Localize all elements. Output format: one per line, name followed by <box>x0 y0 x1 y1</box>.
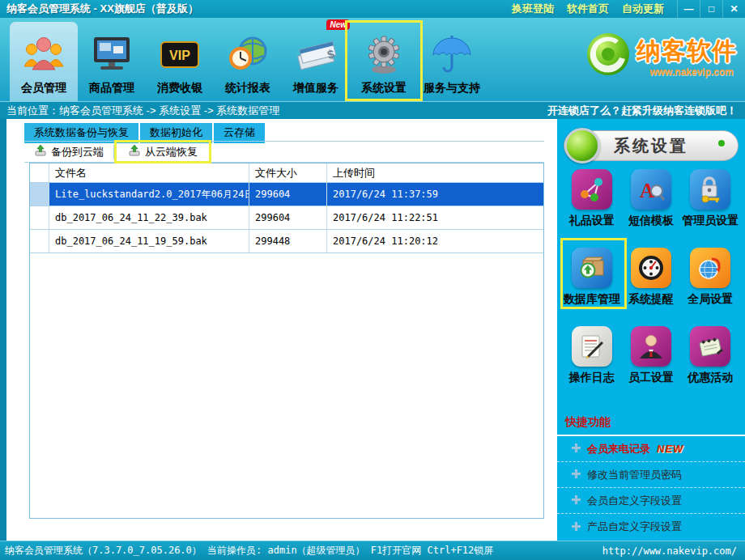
toolbar-label: 商品管理 <box>89 81 134 95</box>
members-icon <box>21 28 66 81</box>
app-label: 操作日志 <box>563 371 621 385</box>
cell-filesize: 299448 <box>249 230 327 252</box>
sms-template-icon: A <box>631 169 671 210</box>
cell-uploadtime: 2017/6/24 11:20:12 <box>327 230 543 252</box>
cloud-toolbar: 备份到云端 从云端恢复 <box>24 141 544 163</box>
cell-uploadtime: 2017/6/24 11:37:59 <box>327 183 543 206</box>
quick-functions: 快捷功能 会员来电记录 NEW 修改当前管理员密码 <box>557 412 745 540</box>
products-icon <box>89 28 134 81</box>
green-ring-icon <box>718 140 725 146</box>
quick-link-change-admin-password[interactable]: 修改当前管理员密码 <box>557 462 745 488</box>
app-admin-settings[interactable]: 管理员设置 <box>681 169 739 228</box>
quick-link-label: 产品自定义字段设置 <box>587 520 682 534</box>
table-row[interactable]: db_2017_06_24_11_19_59.bak 299448 2017/6… <box>30 230 543 253</box>
restore-from-cloud-button[interactable]: 从云端恢复 <box>118 144 207 159</box>
toolbar-product-management[interactable]: 商品管理 <box>78 18 146 101</box>
toolbar-cashier[interactable]: VIP 消费收银 <box>146 18 214 101</box>
toolbar-label: 统计报表 <box>225 81 270 95</box>
highlight-box-restore: 从云端恢复 <box>114 140 211 163</box>
brand-logo: 纳客软件 www.nakevip.com <box>585 31 737 81</box>
plus-icon <box>572 443 581 455</box>
status-bar: 纳客会员管理系统（7.3.7.0_7.05.26.0） 当前操作员: admin… <box>0 541 745 560</box>
upload-basket-icon <box>34 144 47 159</box>
operation-log-icon <box>572 326 612 367</box>
column-uploadtime[interactable]: 上传时间 <box>327 163 543 182</box>
new-badge: NEW <box>657 443 683 455</box>
backup-to-cloud-button[interactable]: 备份到云端 <box>24 142 113 162</box>
app-system-reminder[interactable]: 系统提醒 <box>622 248 680 307</box>
app-sms-template[interactable]: A 短信模板 <box>622 169 680 228</box>
umbrella-icon <box>429 28 475 81</box>
quick-link-member-custom-fields[interactable]: 会员自定义字段设置 <box>557 488 745 514</box>
reminder-wheel-icon <box>631 248 671 288</box>
table-row[interactable]: Lite_luckstandard2.0_2017年06月24日11... 29… <box>30 183 543 206</box>
auto-update-link[interactable]: 自动更新 <box>622 2 664 16</box>
close-button[interactable]: ✕ <box>722 0 745 18</box>
quick-functions-header: 快捷功能 <box>557 412 745 435</box>
plus-icon <box>572 521 581 533</box>
app-label: 员工设置 <box>622 371 680 385</box>
toolbar-value-services[interactable]: New $ 增值服务 <box>282 18 350 101</box>
toolbar-label: 消费收银 <box>157 81 202 95</box>
cell-filename: db_2017_06_24_11_19_59.bak <box>49 230 249 252</box>
app-label: 全局设置 <box>681 292 739 307</box>
database-box-icon <box>572 248 612 288</box>
quick-link-product-custom-fields[interactable]: 产品自定义字段设置 <box>557 514 745 540</box>
quick-link-label: 会员自定义字段设置 <box>587 494 682 508</box>
column-filesize[interactable]: 文件大小 <box>249 163 327 182</box>
row-selector[interactable] <box>30 183 49 206</box>
software-home-link[interactable]: 软件首页 <box>567 2 609 16</box>
row-selector-header <box>30 163 49 182</box>
main-toolbar: 会员管理 商品管理 VIP 消费收 <box>0 18 745 101</box>
toolbar-label: 会员管理 <box>21 81 66 95</box>
download-basket-icon <box>128 144 141 159</box>
title-bar: 纳客会员管理系统 - XX旗舰店（普及版） 换班登陆 软件首页 自动更新 — □… <box>0 0 745 18</box>
toolbar-label: 增值服务 <box>293 81 338 95</box>
cell-filesize: 299604 <box>249 183 327 206</box>
shift-login-link[interactable]: 换班登陆 <box>512 2 554 16</box>
status-info: 纳客会员管理系统（7.3.7.0_7.05.26.0） 当前操作员: admin… <box>0 544 493 558</box>
quick-link-label: 会员来电记录 <box>587 442 650 456</box>
green-sphere-icon <box>564 128 600 163</box>
cell-uploadtime: 2017/6/24 11:22:51 <box>327 206 543 229</box>
status-url: http://www.nakevip.com/ <box>602 545 745 557</box>
row-selector[interactable] <box>30 230 49 252</box>
app-gift-settings[interactable]: 礼品设置 <box>563 169 621 228</box>
settings-app-grid: 礼品设置 A 短信模板 <box>562 169 740 385</box>
backup-to-cloud-label: 备份到云端 <box>51 145 104 159</box>
quick-link-member-call-log[interactable]: 会员来电记录 NEW <box>557 436 745 462</box>
logo-url: www.nakevip.com <box>649 66 734 78</box>
breadcrumb: 当前位置：纳客会员管理系统 -> 系统设置 -> 系统数据管理 <box>0 104 279 118</box>
main-area: 系统数据备份与恢复 数据初始化 云存储 备份到云端 <box>0 119 745 541</box>
gear-icon <box>361 28 407 81</box>
promotion-icon <box>690 326 730 367</box>
restore-from-cloud-label: 从云端恢复 <box>145 145 198 159</box>
app-label: 系统提醒 <box>622 292 680 307</box>
breadcrumb-bar: 当前位置：纳客会员管理系统 -> 系统设置 -> 系统数据管理 开连锁店了么？赶… <box>0 101 745 119</box>
toolbar-statistics[interactable]: 统计报表 <box>214 18 282 101</box>
backup-file-table: 文件名 文件大小 上传时间 Lite_luckstandard2.0_2017年… <box>29 163 544 519</box>
toolbar-service-support[interactable]: 服务与支持 <box>418 18 486 101</box>
app-staff-settings[interactable]: 员工设置 <box>622 326 680 385</box>
maximize-button[interactable]: □ <box>700 0 722 18</box>
toolbar-member-management[interactable]: 会员管理 <box>10 22 78 101</box>
content-panel: 系统数据备份与恢复 数据初始化 云存储 备份到云端 <box>6 119 557 541</box>
toolbar-label: 服务与支持 <box>424 81 480 95</box>
column-filename[interactable]: 文件名 <box>49 163 249 182</box>
new-badge: New <box>326 19 350 30</box>
row-selector[interactable] <box>30 206 49 229</box>
admin-lock-icon <box>690 169 730 210</box>
app-global-settings[interactable]: 全局设置 <box>681 248 739 307</box>
toolbar-system-settings[interactable]: 系统设置 <box>350 18 418 101</box>
app-promotions[interactable]: 优惠活动 <box>681 326 739 385</box>
left-edge-strip <box>0 119 6 541</box>
app-database-management[interactable]: 数据库管理 <box>563 248 621 307</box>
reports-icon <box>225 28 270 81</box>
table-row[interactable]: db_2017_06_24_11_22_39.bak 299604 2017/6… <box>30 206 543 230</box>
vip-card-icon: VIP <box>157 28 202 81</box>
minimize-button[interactable]: — <box>677 0 700 18</box>
chain-upgrade-promo[interactable]: 开连锁店了么？赶紧升级纳客连锁版吧！ <box>547 104 745 118</box>
value-services-icon: $ <box>293 28 338 81</box>
app-operation-log[interactable]: 操作日志 <box>563 326 621 385</box>
sidebar-header-label: 系统设置 <box>614 135 688 157</box>
